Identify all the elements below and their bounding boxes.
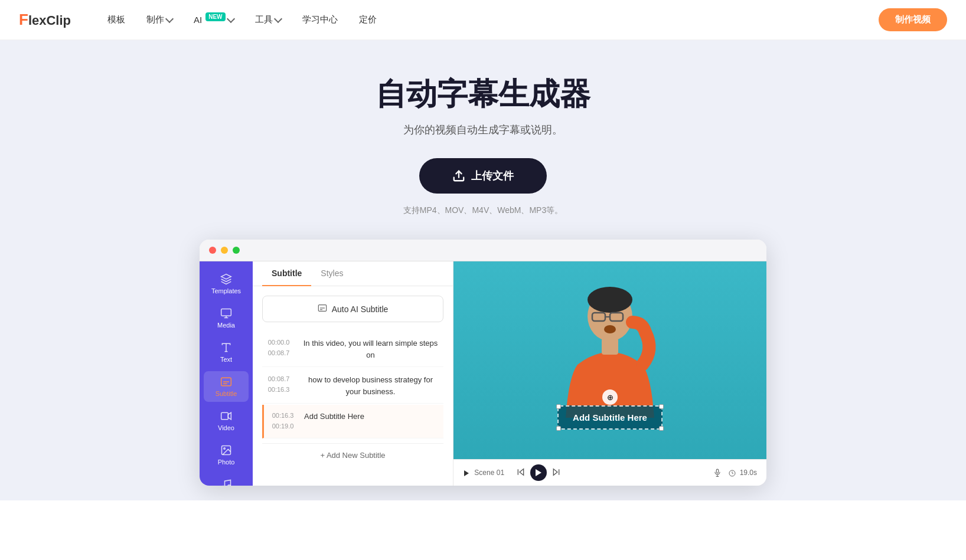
svg-rect-28	[602, 338, 618, 355]
subtitle-entries-list: 00:00.0 00:08.7 In this video, you will …	[262, 332, 443, 438]
video-icon	[220, 410, 232, 422]
chevron-down-icon	[226, 15, 234, 23]
svg-rect-10	[221, 413, 229, 420]
nav-item-learn[interactable]: 学习中心	[294, 9, 346, 30]
nav-item-create[interactable]: 制作	[138, 9, 181, 30]
svg-marker-1	[221, 274, 231, 279]
svg-rect-37	[717, 470, 719, 473]
mockup-sidebar: Templates Media	[200, 261, 253, 486]
move-handle[interactable]: ⊕	[602, 389, 618, 405]
subtitle-time-1: 00:00.0 00:08.7	[265, 338, 293, 361]
video-area: Add Subtitle Here ⊕	[453, 261, 766, 459]
svg-marker-35	[553, 469, 557, 476]
nav-item-ai[interactable]: AI NEW	[185, 8, 242, 32]
subtitle-entry-2[interactable]: 00:08.7 00:16.3 how to develop business …	[262, 368, 443, 404]
traffic-light-green	[233, 247, 240, 254]
sidebar-item-video[interactable]: Video	[204, 405, 249, 436]
resize-handle-tl[interactable]	[556, 404, 561, 409]
sidebar-label-video: Video	[218, 424, 234, 431]
svg-point-13	[224, 448, 226, 450]
sidebar-label-subtitle: Subtitle	[216, 390, 237, 397]
duration-text: 19.0s	[729, 469, 757, 477]
layers-icon	[220, 273, 232, 285]
tab-subtitle[interactable]: Subtitle	[262, 261, 311, 286]
add-new-subtitle-button[interactable]: + Add New Subtitle	[262, 443, 443, 467]
subtitle-text-2: how to develop business strategy for you…	[300, 374, 441, 397]
subtitle-panel: Subtitle Styles Auto AI Subtitle	[253, 261, 453, 486]
resize-handle-bl[interactable]	[556, 426, 561, 431]
svg-rect-2	[221, 309, 231, 316]
hero-subtitle: 为你的视频自动生成字幕或说明。	[12, 123, 954, 137]
hero-title: 自动字幕生成器	[12, 76, 954, 112]
mic-icon	[713, 469, 722, 477]
traffic-light-red	[209, 247, 216, 254]
auto-ai-subtitle-button[interactable]: Auto AI Subtitle	[262, 296, 443, 322]
navbar: FlexClip 模板 制作 AI NEW 工具 学习中心 定价 制作视频	[0, 0, 966, 40]
svg-marker-32	[520, 469, 524, 476]
auto-ai-icon	[318, 303, 327, 315]
svg-marker-11	[228, 413, 231, 420]
logo-rest: lexClip	[28, 13, 71, 28]
sidebar-label-media: Media	[217, 322, 235, 329]
sidebar-item-media[interactable]: Media	[204, 303, 249, 333]
upload-file-button[interactable]: 上传文件	[419, 158, 547, 194]
skip-forward-icon[interactable]	[551, 467, 561, 479]
media-icon	[220, 307, 232, 319]
subtitle-icon	[220, 376, 232, 388]
scene-label: Scene 01	[463, 469, 504, 477]
video-controls: Scene 01	[453, 459, 766, 486]
logo[interactable]: FlexClip	[19, 11, 71, 29]
sidebar-item-text[interactable]: Text	[204, 337, 249, 368]
chevron-down-icon	[273, 15, 282, 23]
sidebar-label-photo: Photo	[218, 459, 235, 466]
nav-item-templates[interactable]: 模板	[99, 9, 133, 30]
nav-item-pricing[interactable]: 定价	[351, 9, 385, 30]
upload-icon	[452, 169, 465, 182]
resize-handle-br[interactable]	[659, 426, 664, 431]
subtitle-time-3: 00:16.3 00:19.0	[269, 411, 297, 431]
panel-tabs: Subtitle Styles	[253, 261, 453, 286]
svg-point-24	[588, 287, 632, 313]
svg-point-15	[228, 485, 231, 486]
nav-menu: 模板 制作 AI NEW 工具 学习中心 定价	[99, 8, 879, 32]
sidebar-label-templates: Templates	[211, 287, 241, 294]
logo-f: F	[19, 11, 28, 28]
mockup-body: Templates Media	[200, 261, 766, 486]
mockup-titlebar	[200, 240, 766, 261]
panel-content: Auto AI Subtitle 00:00.0 00:08.7 In this…	[253, 286, 453, 486]
tab-styles[interactable]: Styles	[311, 261, 353, 286]
video-preview: Add Subtitle Here ⊕ Scene 01	[453, 261, 766, 486]
hero-section: 自动字幕生成器 为你的视频自动生成字幕或说明。 上传文件 支持MP4、MOV、M…	[0, 40, 966, 500]
photo-icon	[220, 444, 232, 456]
app-mockup: Templates Media	[200, 240, 766, 486]
ai-new-badge: NEW	[205, 12, 225, 21]
subtitle-text-1: In this video, you will learn simple ste…	[300, 338, 441, 361]
svg-marker-31	[464, 470, 469, 476]
support-formats-text: 支持MP4、MOV、M4V、WebM、MP3等。	[12, 205, 954, 216]
text-icon	[220, 342, 232, 353]
svg-marker-34	[536, 469, 541, 476]
subtitle-text-3: Add Subtitle Here	[304, 411, 364, 431]
subtitle-overlay[interactable]: Add Subtitle Here	[557, 405, 663, 430]
make-video-button[interactable]: 制作视频	[879, 8, 947, 31]
sidebar-item-photo[interactable]: Photo	[204, 440, 249, 470]
sidebar-item-subtitle[interactable]: Subtitle	[204, 371, 249, 402]
nav-item-tools[interactable]: 工具	[247, 9, 289, 30]
traffic-light-yellow	[221, 247, 228, 254]
resize-handle-tr[interactable]	[659, 404, 664, 409]
svg-point-30	[604, 325, 616, 333]
subtitle-entry-3[interactable]: 00:16.3 00:19.0 Add Subtitle Here	[262, 405, 443, 438]
sidebar-label-text: Text	[220, 356, 232, 363]
chevron-down-icon	[165, 15, 174, 23]
subtitle-time-2: 00:08.7 00:16.3	[265, 374, 293, 397]
subtitle-entry-1[interactable]: 00:00.0 00:08.7 In this video, you will …	[262, 332, 443, 367]
skip-back-icon[interactable]	[516, 467, 526, 479]
play-button[interactable]	[530, 464, 547, 481]
audio-icon	[220, 479, 232, 486]
sidebar-item-templates[interactable]: Templates	[204, 268, 249, 299]
sidebar-item-audio[interactable]: Audio	[204, 474, 249, 486]
